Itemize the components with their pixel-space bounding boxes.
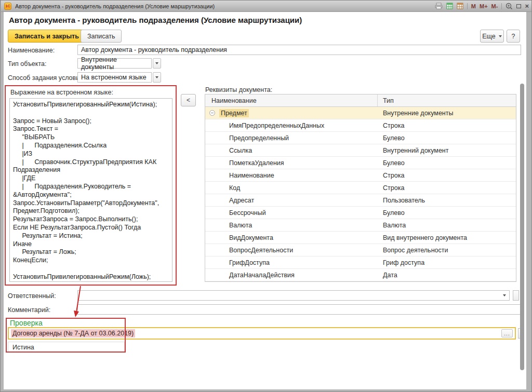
attribute-name: Код	[229, 184, 240, 192]
attribute-type: Внутренний документ	[378, 144, 516, 156]
check-result: Истина	[8, 342, 125, 353]
attribute-type: Вопрос деятельности	[378, 244, 516, 256]
chevron-down-icon	[499, 35, 502, 37]
chevron-down-icon	[155, 76, 158, 78]
font-scale-normal-button[interactable]: M	[471, 3, 476, 9]
app-window: 1С Автор документа - руководитель подраз…	[0, 0, 532, 392]
more-button[interactable]: Еще	[480, 30, 504, 43]
table-row[interactable]: ДатаНачалаДействия Дата	[205, 269, 516, 281]
attribute-type: Гриф доступа	[378, 256, 516, 268]
attributes-table-header: Наименование Тип	[205, 94, 516, 107]
object-type-label: Тип объекта:	[8, 60, 46, 67]
attribute-type: Валюта	[378, 219, 516, 231]
font-scale-increase-button[interactable]: M+	[480, 3, 488, 9]
help-button[interactable]: ?	[507, 30, 520, 43]
responsible-combo[interactable]	[77, 290, 510, 301]
attribute-type: Булево	[378, 157, 516, 169]
more-button-label: Еще	[482, 33, 495, 40]
comment-label: Комментарий:	[8, 306, 50, 314]
spreadsheet-orange-icon[interactable]	[457, 3, 463, 9]
close-icon[interactable]: ×	[525, 4, 529, 9]
responsible-label: Ответственный:	[8, 292, 56, 300]
form-content: Автор документа - руководитель подраздел…	[4, 12, 526, 389]
collapse-icon[interactable]	[209, 110, 215, 116]
table-row[interactable]: Код Строка	[205, 182, 516, 194]
ellipsis-button[interactable]: ...	[501, 329, 513, 337]
table-row[interactable]: ИмяПредопределенныхДанных Строка	[205, 119, 516, 132]
table-row[interactable]: Бессрочный Булево	[205, 207, 516, 219]
attribute-name: Валюта	[229, 222, 252, 229]
1c-app-icon: 1С	[4, 3, 11, 10]
expression-code[interactable]: УстановитьПривилегированныйРежим(Истина)…	[10, 99, 172, 282]
check-document-value: Договор аренды (№ 7-ДА от 03.06.2019)	[11, 329, 135, 337]
expression-editor[interactable]: УстановитьПривилегированныйРежим(Истина)…	[9, 98, 172, 282]
attributes-label: Реквизиты документа:	[205, 86, 272, 93]
maximize-icon[interactable]	[516, 4, 521, 8]
title-bar: 1С Автор документа - руководитель подраз…	[1, 1, 532, 12]
table-row[interactable]: Валюта Валюта	[205, 219, 516, 232]
check-section-title: Проверка	[10, 319, 43, 327]
responsible-open-button-partial[interactable]	[513, 290, 519, 301]
save-button[interactable]: Записать	[81, 30, 122, 43]
attribute-name: ВидДокумента	[229, 234, 273, 241]
titlebar-separator	[501, 3, 502, 9]
table-row[interactable]: Предмет Внутренние документы	[205, 107, 516, 119]
attributes-table: Наименование Тип Предмет Внутренние доку…	[205, 94, 516, 282]
condition-method-dropdown-button[interactable]	[153, 72, 161, 83]
expression-annotation-box: Выражение на встроенном языке: Установит…	[5, 85, 177, 286]
save-and-close-button[interactable]: Записать и закрыть	[8, 30, 86, 43]
spreadsheet-green-icon[interactable]	[446, 3, 453, 9]
table-row[interactable]: Предопределенный Булево	[205, 132, 516, 144]
insert-attribute-button[interactable]: <	[181, 94, 196, 106]
attribute-type: Пользователь	[378, 194, 516, 206]
attribute-name: ПометкаУдаления	[229, 159, 284, 167]
attribute-name: ИмяПредопределенныхДанных	[229, 122, 324, 129]
condition-method-label: Способ задания условия:	[8, 74, 85, 82]
attribute-name: ДатаНачалаДействия	[229, 272, 295, 279]
attributes-table-rows: Предмет Внутренние документы ИмяПредопре…	[205, 107, 516, 281]
annotation-arrow	[71, 285, 87, 318]
comment-input[interactable]	[77, 304, 521, 315]
attribute-name: ВопросДеятельности	[229, 247, 293, 254]
column-header-name[interactable]: Наименование	[205, 94, 378, 106]
window-title: Автор документа - руководитель подраздел…	[15, 3, 435, 9]
object-type-dropdown-button[interactable]	[153, 58, 161, 69]
table-row[interactable]: ВидДокумента Вид внутреннего документа	[205, 232, 516, 244]
column-header-type[interactable]: Тип	[378, 94, 516, 106]
condition-method-combo[interactable]: На встроенном языке	[77, 72, 152, 83]
table-row[interactable]: ГрифДоступа Гриф доступа	[205, 256, 516, 269]
attribute-name: Предопределенный	[229, 134, 289, 142]
chevron-down-icon	[155, 62, 158, 64]
object-type-combo[interactable]: Внутренние документы	[77, 58, 152, 69]
attribute-type: Булево	[378, 132, 516, 144]
attribute-name: Наименование	[229, 172, 274, 179]
attribute-name: Бессрочный	[229, 209, 266, 217]
attribute-name: Предмет	[219, 109, 249, 117]
chevron-down-icon[interactable]	[503, 294, 506, 296]
attribute-type: Строка	[378, 119, 516, 131]
name-label: Наименование:	[8, 47, 55, 54]
attribute-type: Внутренние документы	[378, 107, 516, 119]
attribute-type: Булево	[378, 207, 516, 219]
page-title: Автор документа - руководитель подраздел…	[9, 16, 302, 24]
attribute-name: Адресат	[229, 197, 254, 204]
table-row[interactable]: Ссылка Внутренний документ	[205, 144, 516, 157]
font-scale-decrease-button[interactable]: M-	[491, 3, 498, 9]
check-document-field[interactable]: Договор аренды (№ 7-ДА от 03.06.2019) ..…	[8, 327, 516, 340]
name-input[interactable]	[77, 45, 521, 55]
table-row[interactable]: ПометкаУдаления Булево	[205, 157, 516, 169]
attribute-name: ГрифДоступа	[229, 259, 270, 266]
print-icon[interactable]	[435, 3, 443, 9]
vertical-scrollbar[interactable]	[520, 84, 524, 370]
table-row[interactable]: Адресат Пользователь	[205, 194, 516, 207]
table-row[interactable]: ВопросДеятельности Вопрос деятельности	[205, 244, 516, 256]
titlebar-separator	[467, 3, 468, 9]
attribute-name: Ссылка	[229, 147, 252, 154]
attribute-type: Строка	[378, 169, 516, 181]
expression-label: Выражение на встроенном языке:	[10, 89, 113, 96]
zoom-icon[interactable]	[506, 3, 513, 10]
attribute-type: Дата	[378, 269, 516, 281]
attribute-type: Строка	[378, 182, 516, 194]
table-row[interactable]: Наименование Строка	[205, 169, 516, 182]
attribute-type: Вид внутреннего документа	[378, 232, 516, 244]
